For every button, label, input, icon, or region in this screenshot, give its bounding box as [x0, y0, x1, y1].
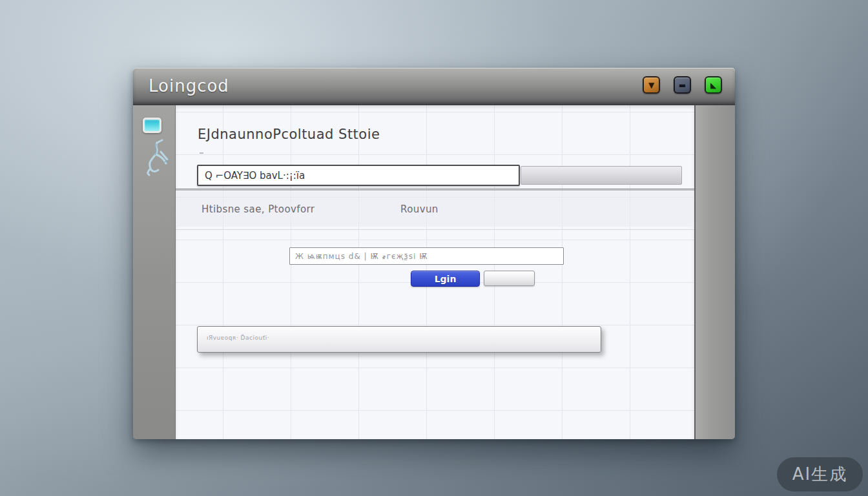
maximize-icon: ▬	[679, 81, 686, 89]
login-button[interactable]: Lgin	[411, 271, 480, 287]
titlebar[interactable]: Loingcod ▼ ▬ ◣	[133, 68, 735, 105]
screen-icon[interactable]	[143, 118, 161, 133]
username-password-label: Htibsne sae, Ptoovforr	[202, 203, 315, 215]
cancel-button[interactable]	[484, 271, 535, 286]
window-controls: ▼ ▬ ◣	[643, 76, 722, 94]
secondary-label: Rouvun	[400, 203, 439, 215]
row-divider	[176, 229, 694, 230]
right-scroll-panel[interactable]	[694, 105, 735, 439]
app-window: Loingcod ▼ ▬ ◣	[133, 68, 735, 439]
status-bar-text: ıЯvuɐoqʀ· Ďacĭouťi·	[207, 335, 269, 341]
search-input[interactable]	[197, 165, 520, 186]
maximize-button[interactable]: ▬	[674, 76, 691, 94]
minimize-icon: ▼	[648, 81, 654, 89]
close-icon: ◣	[710, 81, 716, 89]
login-button-label: Lgin	[435, 274, 457, 284]
ai-watermark-text: AI生成	[792, 463, 847, 486]
disabled-bar	[521, 166, 682, 185]
main-content: EJdnaunnoPcoltuad Sttoie Htibsne sae, Pt…	[176, 105, 694, 439]
divider-artifact	[200, 152, 203, 154]
credential-input[interactable]	[289, 247, 564, 265]
page-title: EJdnaunnoPcoltuad Sttoie	[198, 127, 380, 142]
window-body: EJdnaunnoPcoltuad Sttoie Htibsne sae, Pt…	[133, 105, 735, 439]
minimize-button[interactable]: ▼	[643, 76, 660, 94]
status-bar[interactable]: ıЯvuɐoqʀ· Ďacĭouťi·	[197, 326, 601, 353]
ai-watermark-badge: AI生成	[777, 457, 863, 491]
close-button[interactable]: ◣	[705, 76, 722, 94]
section-divider	[176, 189, 694, 191]
window-title: Loingcod	[149, 76, 229, 96]
sidebar	[133, 105, 176, 439]
dragon-glyph-icon	[141, 139, 170, 176]
